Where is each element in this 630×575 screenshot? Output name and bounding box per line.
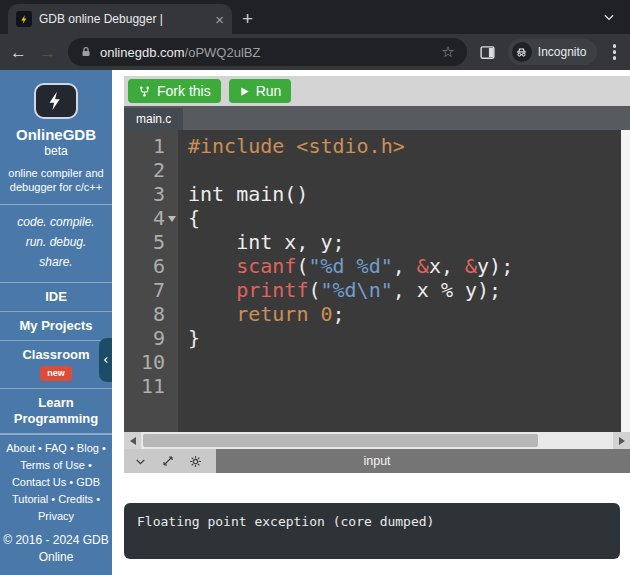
- line-number[interactable]: 1: [124, 134, 178, 158]
- editor-tabs-row: main.c: [124, 106, 630, 130]
- collapse-panel-icon[interactable]: [134, 455, 147, 468]
- console-area: Floating point exception (core dumped): [112, 473, 630, 575]
- line-number[interactable]: 8: [124, 302, 178, 326]
- file-tab-main-c[interactable]: main.c: [124, 108, 183, 130]
- sidebar-collapse-handle[interactable]: [99, 338, 112, 382]
- sidebar-item-learn-programming[interactable]: Learn Programming: [0, 388, 112, 435]
- line-number[interactable]: 9: [124, 326, 178, 350]
- run-button[interactable]: Run: [229, 79, 292, 103]
- line-number[interactable]: 7: [124, 278, 178, 302]
- io-panel-controls: [124, 449, 216, 473]
- line-number[interactable]: 10: [124, 350, 178, 374]
- url-path: /oPWQ2ulBZ: [185, 45, 434, 60]
- scrollbar-thumb[interactable]: [143, 434, 538, 447]
- fold-marker-icon[interactable]: [168, 216, 176, 222]
- run-toolbar: Fork this Run: [124, 76, 630, 106]
- brand-beta-label: beta: [44, 144, 67, 158]
- output-console[interactable]: Floating point exception (core dumped): [124, 503, 620, 559]
- line-number[interactable]: 11: [124, 374, 178, 398]
- line-number[interactable]: 4: [124, 206, 178, 230]
- line-number[interactable]: 3: [124, 182, 178, 206]
- editor-vertical-scrollbar[interactable]: [621, 130, 630, 432]
- io-panel-bar: input: [124, 449, 630, 473]
- code-line[interactable]: return 0;: [188, 302, 621, 326]
- editor-horizontal-scrollbar[interactable]: [124, 432, 630, 449]
- back-button-icon[interactable]: ←: [10, 44, 27, 61]
- code-line[interactable]: {: [188, 206, 621, 230]
- code-line[interactable]: int main(): [188, 182, 621, 206]
- side-panel-icon[interactable]: [479, 44, 496, 61]
- browser-tab[interactable]: GDB online Debugger | ×: [8, 4, 232, 34]
- run-label: Run: [256, 83, 282, 99]
- browser-window: GDB online Debugger | × + ← → onlinegdb.…: [0, 0, 630, 575]
- play-icon: [239, 86, 250, 97]
- browser-toolbar: ← → onlinegdb.com /oPWQ2ulBZ ☆ Incognito: [0, 34, 630, 70]
- incognito-badge: Incognito: [508, 39, 597, 65]
- code-line[interactable]: scanf("%d %d", &x, &y);: [188, 254, 621, 278]
- new-badge: new: [40, 366, 72, 380]
- onlinegdb-logo-icon: [34, 83, 78, 119]
- code-line[interactable]: [188, 350, 621, 374]
- new-tab-button[interactable]: +: [242, 8, 253, 30]
- fork-this-button[interactable]: Fork this: [128, 79, 221, 103]
- footer-links[interactable]: About • FAQ • Blog • Terms of Use • Cont…: [3, 440, 109, 525]
- line-number[interactable]: 5: [124, 230, 178, 254]
- brand-tagline: online compiler and debugger for c/c++: [4, 166, 108, 196]
- scroll-left-arrow-icon[interactable]: [124, 432, 141, 449]
- sidebar: OnlineGDB beta online compiler and debug…: [0, 70, 112, 575]
- brand-motto: code. compile. run. debug. share.: [0, 205, 112, 281]
- editor-gutter: 1234567891011: [124, 130, 178, 432]
- incognito-label: Incognito: [538, 45, 587, 59]
- page-content: OnlineGDB beta online compiler and debug…: [0, 70, 630, 575]
- sidebar-item-my-projects[interactable]: My Projects: [0, 311, 112, 340]
- browser-tab-strip: GDB online Debugger | × +: [0, 0, 630, 34]
- code-line[interactable]: int x, y;: [188, 230, 621, 254]
- fork-icon: [138, 85, 151, 98]
- sidebar-menu: IDE My Projects Classroom new Learn Prog…: [0, 282, 112, 435]
- editor-code: #include <stdio.h>int main(){ int x, y; …: [178, 130, 621, 432]
- sidebar-item-label: Learn Programming: [14, 395, 99, 426]
- copyright-text: © 2016 - 2024 GDB Online: [3, 532, 109, 566]
- bookmark-star-icon[interactable]: ☆: [441, 43, 454, 61]
- incognito-spy-icon: [512, 42, 532, 62]
- tab-search-chevron-icon[interactable]: [602, 10, 616, 24]
- code-line[interactable]: printf("%d\n", x % y);: [188, 278, 621, 302]
- line-number[interactable]: 2: [124, 158, 178, 182]
- url-domain: onlinegdb.com: [100, 45, 185, 60]
- address-bar[interactable]: onlinegdb.com /oPWQ2ulBZ ☆: [68, 38, 467, 66]
- settings-gear-icon[interactable]: [189, 455, 202, 468]
- site-favicon-icon: [16, 11, 32, 27]
- sidebar-item-label: Classroom: [22, 347, 89, 362]
- input-panel-title[interactable]: input: [363, 454, 390, 468]
- code-editor[interactable]: 1234567891011 #include <stdio.h>int main…: [124, 130, 630, 432]
- main-area: Fork this Run main.c 1234567891011 #incl…: [112, 70, 630, 575]
- sidebar-item-label: IDE: [45, 289, 67, 304]
- scroll-right-arrow-icon[interactable]: [613, 432, 630, 449]
- lock-icon: [80, 46, 92, 58]
- sidebar-footer: About • FAQ • Blog • Terms of Use • Cont…: [0, 434, 112, 575]
- fork-this-label: Fork this: [157, 83, 211, 99]
- resize-panel-icon[interactable]: [162, 455, 174, 467]
- tab-title: GDB online Debugger |: [39, 12, 208, 26]
- code-line[interactable]: [188, 374, 621, 398]
- sidebar-item-classroom[interactable]: Classroom new: [0, 340, 112, 388]
- code-line[interactable]: [188, 158, 621, 182]
- tab-close-icon[interactable]: ×: [215, 12, 224, 27]
- browser-menu-icon[interactable]: [609, 42, 621, 62]
- line-number[interactable]: 6: [124, 254, 178, 278]
- code-line[interactable]: #include <stdio.h>: [188, 134, 621, 158]
- sidebar-item-label: My Projects: [20, 318, 93, 333]
- brand-name: OnlineGDB: [16, 126, 96, 143]
- forward-button-icon[interactable]: →: [39, 44, 56, 61]
- sidebar-item-ide[interactable]: IDE: [0, 282, 112, 311]
- console-output-text: Floating point exception (core dumped): [137, 514, 434, 529]
- code-line[interactable]: }: [188, 326, 621, 350]
- editor-area: Fork this Run main.c 1234567891011 #incl…: [124, 76, 630, 473]
